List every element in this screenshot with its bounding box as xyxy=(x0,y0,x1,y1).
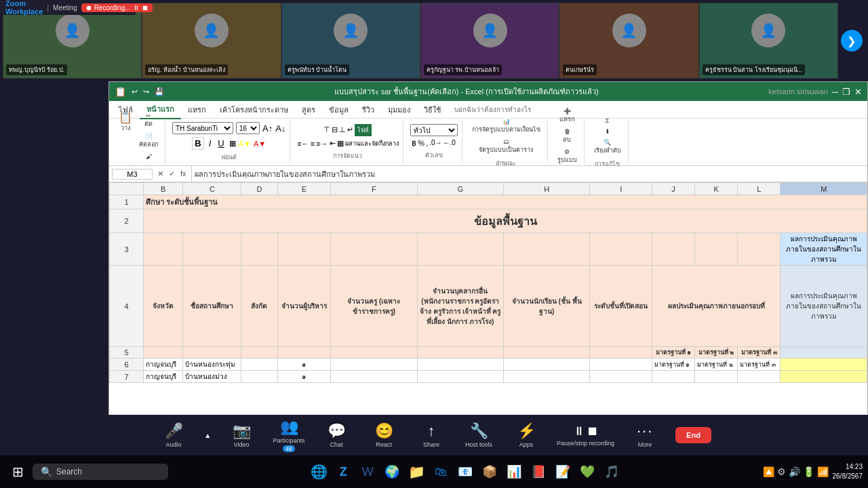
cell-I6[interactable] xyxy=(590,359,652,371)
video-chevron[interactable]: ▲ xyxy=(204,432,211,439)
search-box[interactable]: 🔍 Search xyxy=(33,464,168,480)
cell-styles-button[interactable]: ไฟล์ xyxy=(355,124,372,136)
share-control[interactable]: ↑ Share xyxy=(414,422,448,448)
col-header-E[interactable]: E xyxy=(277,183,331,195)
indent-button[interactable]: ⇤ xyxy=(330,139,336,148)
col-header-L[interactable]: L xyxy=(738,183,781,195)
taskbar-edge[interactable]: 🌐 xyxy=(308,461,330,483)
decrease-font-button[interactable]: A↓ xyxy=(275,123,285,134)
audio-control[interactable]: 🎤 Audio xyxy=(157,422,191,448)
cell-G7[interactable] xyxy=(417,371,503,383)
speaker-icon[interactable]: 🔊 xyxy=(789,466,800,477)
col-header-F[interactable]: F xyxy=(331,183,417,195)
cell-J3[interactable] xyxy=(652,233,694,266)
align-top-button[interactable]: ⊤ xyxy=(323,125,330,134)
participants-control[interactable]: 👥 Participants 46 xyxy=(272,418,306,452)
col-header-B[interactable]: B xyxy=(144,183,183,195)
cell-H6[interactable] xyxy=(504,359,590,371)
react-control[interactable]: 😊 React xyxy=(367,422,401,448)
cell-M6[interactable] xyxy=(781,359,867,371)
host-tools-control[interactable]: 🔧 Host tools xyxy=(462,422,496,448)
bold-button[interactable]: B xyxy=(192,137,203,150)
tab-data[interactable]: ข้อมูล xyxy=(322,101,355,119)
cell-L7[interactable] xyxy=(738,371,781,383)
col-header-I[interactable]: I xyxy=(590,183,652,195)
cell-B7[interactable]: กาญจนบุรี xyxy=(144,371,183,383)
cell-E7[interactable]: ๑ xyxy=(277,371,331,383)
taskbar-excel[interactable]: 📊 xyxy=(503,461,525,483)
autosum-button[interactable]: Σ xyxy=(603,116,612,125)
undo-button[interactable]: ↩ xyxy=(132,87,138,96)
col-header-C[interactable]: C xyxy=(183,183,241,195)
cell-J6[interactable]: มาตรฐานที่ ๑ xyxy=(652,359,694,371)
video-next-button[interactable]: ❯ xyxy=(841,30,863,52)
minimize-button[interactable]: ─ xyxy=(832,87,838,97)
cell-F6[interactable] xyxy=(331,359,417,371)
increase-font-button[interactable]: A↑ xyxy=(262,123,273,134)
restore-button[interactable]: ❐ xyxy=(842,87,850,97)
taskbar-word2[interactable]: 📝 xyxy=(552,461,574,483)
taskbar-word[interactable]: W xyxy=(357,461,378,483)
align-right-button[interactable]: ≡→ xyxy=(316,140,328,148)
taskbar-line[interactable]: 💚 xyxy=(576,461,598,483)
insert-cells-button[interactable]: ➕ แทรก xyxy=(557,106,577,125)
battery-icon[interactable]: 🔋 xyxy=(803,466,814,477)
tab-insert[interactable]: แทรก xyxy=(181,101,213,119)
col-header-H[interactable]: H xyxy=(504,183,590,195)
paste-button[interactable]: 📋 วาง xyxy=(116,111,135,161)
font-size-select[interactable]: 16 xyxy=(236,122,260,134)
cell-F7[interactable] xyxy=(331,371,417,383)
find-button[interactable]: 🔍 เรียงลำดับ xyxy=(591,138,624,157)
confirm-formula-button[interactable]: ✓ xyxy=(167,169,177,178)
cancel-formula-button[interactable]: ✕ xyxy=(155,169,165,178)
table-row[interactable]: 7 กาญจนบุรี บ้านหนองม่วง ๑ xyxy=(110,371,867,383)
cut-button[interactable]: ✂ตัด xyxy=(136,111,161,130)
taskbar-chrome[interactable]: 🌍 xyxy=(381,461,403,483)
cell-K7[interactable] xyxy=(695,371,738,383)
video-control[interactable]: 📷 Video xyxy=(224,422,258,448)
align-left-button[interactable]: ≡← xyxy=(297,140,309,148)
taskbar-pdf[interactable]: 📕 xyxy=(528,461,549,483)
taskbar-zoom[interactable]: Z xyxy=(332,461,354,483)
cell-M7[interactable] xyxy=(781,371,867,383)
italic-button[interactable]: I xyxy=(207,138,214,149)
cell-H7[interactable] xyxy=(504,371,590,383)
cell-H3[interactable] xyxy=(504,233,590,266)
more-control[interactable]: ··· More xyxy=(628,422,662,448)
end-button[interactable]: End xyxy=(675,427,711,443)
cell-C3[interactable] xyxy=(183,233,241,266)
insert-function-button[interactable]: fx xyxy=(178,169,189,178)
cell-C6[interactable]: บ้านหนองกระทุ่ม xyxy=(183,359,241,371)
cell-D6[interactable] xyxy=(241,359,277,371)
border-button[interactable]: ▦ xyxy=(229,139,236,148)
cell-D3[interactable] xyxy=(241,233,277,266)
cell-D7[interactable] xyxy=(241,371,277,383)
cell-B3[interactable] xyxy=(144,233,183,266)
fill-button[interactable]: ⬇ xyxy=(602,127,613,136)
cell-G6[interactable] xyxy=(417,359,503,371)
format-painter-button[interactable]: 🖌 xyxy=(136,152,161,161)
cell-L3[interactable] xyxy=(738,233,781,266)
underline-button[interactable]: U xyxy=(216,138,226,149)
col-header-D[interactable]: D xyxy=(241,183,277,195)
chat-control[interactable]: 💬 Chat xyxy=(319,422,353,448)
cell-G3[interactable] xyxy=(417,233,503,266)
formula-input[interactable] xyxy=(195,170,865,178)
tab-formulas[interactable]: สูตร xyxy=(295,101,322,119)
cell-F3[interactable] xyxy=(331,233,417,266)
cell-I3[interactable] xyxy=(590,233,652,266)
cell-J7[interactable] xyxy=(652,371,694,383)
wifi-icon[interactable]: 📶 xyxy=(817,466,829,477)
taskbar-explorer[interactable]: 📁 xyxy=(406,461,427,483)
cell-K3[interactable] xyxy=(695,233,738,266)
taskbar-dropbox[interactable]: 📦 xyxy=(479,461,500,483)
font-color-button[interactable]: A▼ xyxy=(254,140,266,148)
apps-control[interactable]: ⚡ Apps xyxy=(509,422,543,448)
cell-K6[interactable]: มาตรฐานที่ ๒ xyxy=(695,359,738,371)
redo-button[interactable]: ↪ xyxy=(143,87,149,96)
number-format-select[interactable]: ทั่วไป xyxy=(410,124,458,136)
network-icon[interactable]: 🔼 xyxy=(763,466,774,477)
spreadsheet-area[interactable]: B C D E F G H I J K L M 1 ศึก xyxy=(109,182,867,418)
fill-color-button[interactable]: A▼ xyxy=(239,140,251,148)
tab-search[interactable]: บอกฉันว่าต้องการทำอะไร xyxy=(448,102,538,117)
